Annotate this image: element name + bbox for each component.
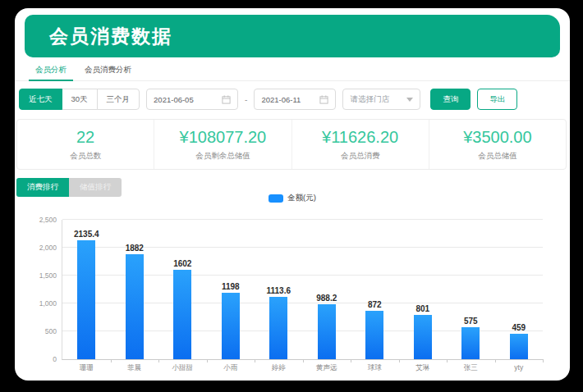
bar-value-label: 1882 bbox=[126, 244, 144, 253]
bar-value-label: 801 bbox=[415, 304, 429, 313]
range-last7days-button[interactable]: 近七天 bbox=[19, 89, 62, 110]
y-axis-label: 2,000 bbox=[39, 244, 57, 252]
bar-column: 1113.6婷婷 bbox=[255, 220, 303, 359]
bar-column: 801艾琳 bbox=[399, 220, 448, 359]
page-header: 会员消费数据 bbox=[25, 15, 560, 57]
y-axis-label: 1,500 bbox=[39, 271, 57, 280]
bar-value-label: 2135.4 bbox=[74, 230, 99, 239]
chevron-down-icon bbox=[406, 98, 413, 102]
chart-legend[interactable]: 金额(元) bbox=[15, 193, 570, 203]
calendar-icon bbox=[319, 95, 328, 104]
query-button[interactable]: 查询 bbox=[430, 89, 471, 110]
y-axis-label: 2,500 bbox=[39, 216, 57, 224]
bar-value-label: 459 bbox=[512, 323, 526, 332]
y-axis-label: 1,000 bbox=[39, 299, 57, 308]
end-date-input[interactable]: 2021-06-11 bbox=[254, 89, 336, 110]
chart-bar[interactable] bbox=[269, 297, 287, 359]
page-title: 会员消费数据 bbox=[25, 24, 172, 49]
bar-column: 1602小甜甜 bbox=[158, 220, 207, 359]
x-axis-label: 球球 bbox=[368, 363, 382, 373]
x-axis-label: 张三 bbox=[464, 363, 478, 373]
range-3months-button[interactable]: 三个月 bbox=[97, 89, 140, 110]
tab-member-analysis[interactable]: 会员分析 bbox=[26, 59, 76, 80]
end-date-value: 2021-06-11 bbox=[261, 95, 301, 104]
bar-series: 2135.4珊珊1882菲晨1602小甜甜1198小雨1113.6婷婷988.2… bbox=[62, 220, 543, 359]
chart-bar[interactable] bbox=[510, 334, 528, 359]
bar-column: 1882菲晨 bbox=[111, 220, 159, 359]
bar-column: 1198小雨 bbox=[207, 220, 255, 359]
filter-bar: 近七天 30天 三个月 2021-06-05 - 2021-06-11 bbox=[19, 88, 566, 111]
stat-label: 会员剩余总储值 bbox=[195, 151, 250, 162]
range-30days-button[interactable]: 30天 bbox=[62, 89, 98, 110]
stat-value: 22 bbox=[76, 128, 94, 147]
y-axis-label: 500 bbox=[45, 327, 57, 335]
date-range-segment-group: 近七天 30天 三个月 bbox=[19, 89, 140, 110]
bar-value-label: 872 bbox=[368, 300, 382, 309]
stat-total-consumption: ¥11626.20 会员总消费 bbox=[292, 120, 429, 169]
tab-member-consumption-analysis[interactable]: 会员消费分析 bbox=[76, 59, 140, 80]
bar-value-label: 988.2 bbox=[316, 294, 337, 303]
bar-chart-plot-area: 05001,0001,5002,0002,5002135.4珊珊1882菲晨16… bbox=[62, 220, 543, 360]
stat-value: ¥3500.00 bbox=[463, 128, 531, 147]
stat-label: 会员总消费 bbox=[341, 151, 380, 162]
x-axis-label: 珊珊 bbox=[80, 363, 94, 373]
chart-bar[interactable] bbox=[222, 293, 240, 359]
chart-bar[interactable] bbox=[126, 254, 144, 359]
stat-total-stored-value: ¥3500.00 会员总储值 bbox=[429, 120, 566, 169]
store-select-placeholder: 请选择门店 bbox=[350, 94, 389, 105]
stat-label: 会员总储值 bbox=[478, 151, 517, 162]
bar-column: 988.2黄声远 bbox=[303, 220, 351, 359]
bar-column: 2135.4珊珊 bbox=[62, 220, 111, 359]
main-panel: 会员消费数据 会员分析 会员消费分析 近七天 30天 三个月 2021-06-0… bbox=[15, 8, 570, 381]
chart-bar[interactable] bbox=[365, 311, 383, 359]
x-axis-label: yty bbox=[514, 363, 523, 371]
bar-column: 872球球 bbox=[351, 220, 399, 359]
stats-panel: 22 会员总数 ¥108077.20 会员剩余总储值 ¥11626.20 会员总… bbox=[16, 119, 567, 170]
store-select[interactable]: 请选择门店 bbox=[342, 89, 420, 110]
bar-value-label: 1602 bbox=[173, 259, 191, 268]
legend-swatch-icon bbox=[269, 194, 283, 203]
x-axis-label: 小雨 bbox=[223, 363, 237, 373]
stat-value: ¥108077.20 bbox=[180, 128, 267, 147]
chart-bar[interactable] bbox=[318, 304, 336, 359]
start-date-input[interactable]: 2021-06-05 bbox=[146, 89, 238, 110]
calendar-icon bbox=[222, 95, 231, 104]
legend-label: 金额(元) bbox=[287, 193, 316, 203]
x-axis-label: 艾琳 bbox=[415, 363, 429, 373]
x-axis-label: 黄声远 bbox=[316, 363, 337, 373]
start-date-value: 2021-06-05 bbox=[154, 95, 194, 104]
stat-value: ¥11626.20 bbox=[322, 128, 398, 147]
x-axis-label: 婷婷 bbox=[272, 363, 286, 373]
bar-column: 459yty bbox=[495, 220, 544, 359]
x-axis-label: 小甜甜 bbox=[172, 363, 194, 373]
export-button[interactable]: 导出 bbox=[477, 89, 517, 110]
stat-total-members: 22 会员总数 bbox=[17, 120, 154, 169]
stat-remaining-stored-value: ¥108077.20 会员剩余总储值 bbox=[154, 120, 291, 169]
chart-bar[interactable] bbox=[173, 270, 191, 359]
chart-bar[interactable] bbox=[77, 240, 95, 359]
bar-value-label: 575 bbox=[464, 317, 478, 326]
date-range-separator: - bbox=[245, 95, 247, 104]
stat-label: 会员总数 bbox=[70, 151, 101, 162]
y-axis-label: 0 bbox=[53, 355, 57, 363]
chart-bar[interactable] bbox=[414, 315, 432, 359]
bar-value-label: 1113.6 bbox=[267, 286, 291, 295]
chart-bar[interactable] bbox=[461, 327, 480, 359]
bar-column: 575张三 bbox=[447, 220, 495, 359]
x-axis-label: 菲晨 bbox=[127, 363, 141, 373]
tab-bar: 会员分析 会员消费分析 bbox=[15, 59, 570, 81]
bar-value-label: 1198 bbox=[222, 282, 240, 291]
